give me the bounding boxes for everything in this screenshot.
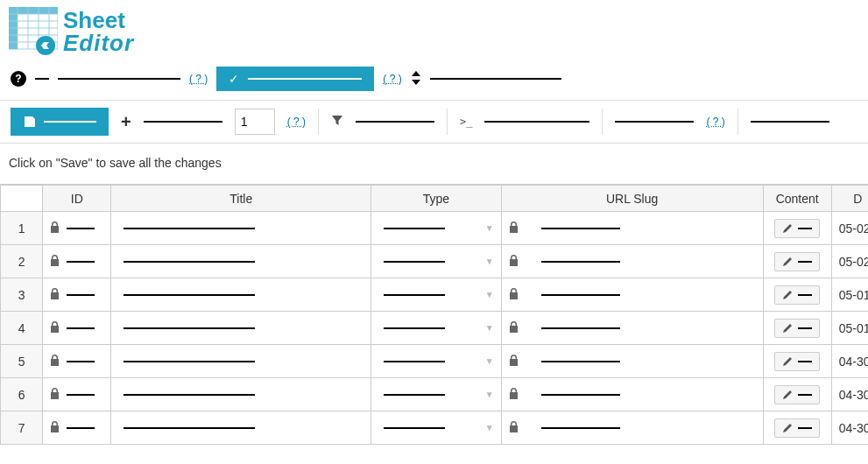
page-number-input[interactable] [235, 109, 275, 135]
add-placeholder [144, 121, 222, 123]
floppy-icon [23, 115, 37, 129]
cell-slug[interactable] [501, 245, 763, 278]
cell-date[interactable]: 04-30 [831, 378, 868, 411]
cell-date[interactable]: 05-01 [831, 312, 868, 345]
lock-icon [509, 355, 519, 366]
help-link-1[interactable]: ( ? ) [189, 73, 208, 85]
pencil-icon [782, 390, 793, 400]
row-number[interactable]: 4 [1, 312, 43, 345]
logo-grid-icon [9, 7, 58, 56]
chevron-down-icon: ▼ [485, 390, 494, 399]
sort-field-placeholder[interactable] [430, 78, 561, 80]
cell-id[interactable] [43, 312, 111, 345]
cell-date[interactable]: 05-02 [831, 245, 868, 278]
button-label-line [248, 78, 362, 80]
edit-content-button[interactable] [774, 418, 820, 438]
cell-title[interactable] [111, 378, 371, 411]
dropdown-placeholder[interactable] [58, 78, 180, 80]
apply-button[interactable]: ✓ [216, 67, 374, 91]
help-link-2[interactable]: ( ? ) [383, 73, 401, 85]
cell-id[interactable] [43, 278, 111, 312]
col-header-date[interactable]: D [831, 186, 868, 212]
help-link-rows[interactable]: ( ? ) [287, 116, 306, 128]
chevron-down-icon: ▼ [485, 257, 494, 266]
col-header-id[interactable]: ID [43, 186, 111, 212]
row-number[interactable]: 7 [1, 411, 43, 445]
edit-content-button[interactable] [774, 319, 820, 338]
cell-type[interactable]: ▼ [371, 411, 501, 445]
cell-slug[interactable] [501, 345, 763, 378]
cell-id[interactable] [43, 212, 111, 245]
help-link-tool[interactable]: ( ? ) [706, 116, 724, 128]
row-number[interactable]: 1 [1, 212, 43, 245]
col-header-title[interactable]: Title [111, 186, 371, 212]
edit-content-button[interactable] [774, 285, 820, 305]
cell-type[interactable]: ▼ [371, 378, 501, 411]
cell-slug[interactable] [501, 378, 763, 411]
cell-date[interactable]: 05-01 [831, 278, 868, 312]
row-number[interactable]: 5 [1, 345, 43, 378]
edit-content-button[interactable] [774, 219, 820, 238]
col-header-type[interactable]: Type [371, 186, 501, 212]
row-number[interactable]: 3 [1, 278, 43, 312]
help-icon[interactable]: ? [11, 71, 26, 87]
cell-type[interactable]: ▼ [371, 278, 501, 312]
edit-content-button[interactable] [774, 252, 820, 271]
add-row-button[interactable]: + [121, 112, 131, 132]
tool-placeholder[interactable] [615, 121, 694, 123]
chevron-down-icon: ▼ [485, 323, 494, 333]
check-icon: ✓ [229, 72, 239, 86]
divider [447, 109, 448, 135]
cell-type[interactable]: ▼ [371, 345, 501, 378]
cell-id[interactable] [43, 245, 111, 278]
pencil-icon [782, 323, 793, 334]
table-row: 3▼05-01 [1, 278, 869, 312]
cell-title[interactable] [111, 212, 371, 245]
cell-id[interactable] [43, 378, 111, 411]
pencil-icon [782, 356, 793, 367]
filter-icon[interactable] [331, 115, 343, 130]
cell-slug[interactable] [501, 212, 763, 245]
save-button[interactable] [11, 108, 109, 136]
cell-date[interactable]: 04-30 [831, 345, 868, 378]
cell-title[interactable] [111, 411, 371, 445]
lock-icon [50, 355, 60, 366]
cell-title[interactable] [111, 312, 371, 345]
cell-slug[interactable] [501, 312, 763, 345]
cell-slug[interactable] [501, 411, 763, 445]
cell-title[interactable] [111, 278, 371, 312]
table-row: 7▼04-30 [1, 411, 869, 445]
row-number[interactable]: 6 [1, 378, 43, 411]
cell-type[interactable]: ▼ [371, 212, 501, 245]
cell-type[interactable]: ▼ [371, 312, 501, 345]
lock-icon [50, 255, 60, 266]
col-header-content[interactable]: Content [763, 186, 831, 212]
pencil-icon [782, 423, 793, 433]
edit-content-button[interactable] [774, 352, 820, 371]
filter-placeholder[interactable] [356, 121, 434, 123]
divider [737, 109, 738, 135]
lock-icon [509, 388, 519, 399]
cell-slug[interactable] [501, 278, 763, 312]
terminal-icon[interactable]: >_ [460, 116, 472, 128]
chevron-down-icon: ▼ [485, 290, 494, 299]
col-header-slug[interactable]: URL Slug [501, 186, 763, 212]
cell-date[interactable]: 04-30 [831, 411, 868, 445]
cmd-placeholder[interactable] [484, 121, 589, 123]
tool2-placeholder[interactable] [751, 121, 829, 123]
table-row: 5▼04-30 [1, 345, 869, 378]
lock-icon [50, 288, 60, 299]
cell-date[interactable]: 05-02 [831, 212, 868, 245]
cell-id[interactable] [43, 345, 111, 378]
row-number[interactable]: 2 [1, 245, 43, 278]
header-row: ID Title Type URL Slug Content D [1, 186, 869, 212]
cell-type[interactable]: ▼ [371, 245, 501, 278]
cell-id[interactable] [43, 411, 111, 445]
edit-content-button[interactable] [774, 385, 820, 404]
placeholder-line [35, 78, 49, 80]
cell-title[interactable] [111, 245, 371, 278]
sort-icon[interactable] [411, 71, 421, 88]
cell-title[interactable] [111, 345, 371, 378]
lock-icon [509, 288, 519, 299]
action-row: ? ( ? ) ✓ ( ? ) [0, 63, 868, 100]
